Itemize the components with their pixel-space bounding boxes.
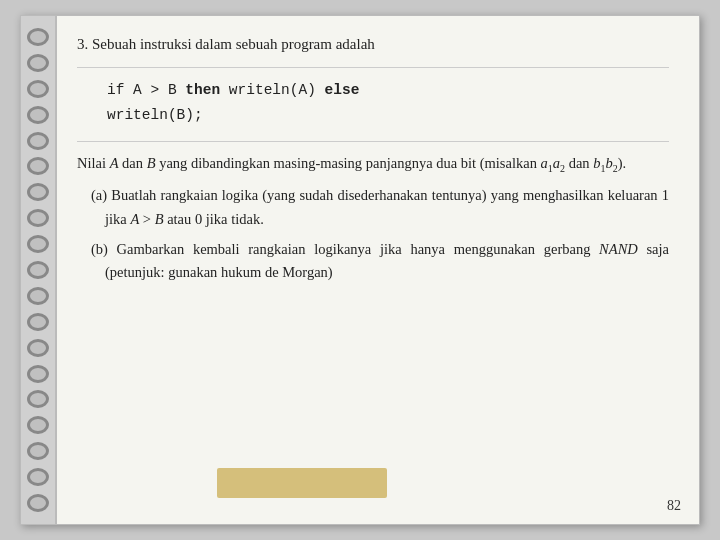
highlight-box [217,468,387,498]
intro-paragraph: Nilai A dan B yang dibandingkan masing-m… [77,152,669,177]
spiral-ring [27,54,49,72]
code-var-b: B [168,82,185,98]
spiral-ring [27,106,49,124]
sub-b2: 2 [613,163,618,174]
question-number: 3. Sebuah instruksi dalam sebuah program… [77,36,669,53]
spiral-ring [27,390,49,408]
nand-italic: NAND [599,241,638,257]
spiral-ring [27,132,49,150]
spiral-ring [27,468,49,486]
spiral-ring [27,183,49,201]
var-a2: a [553,155,560,171]
spiral-ring [27,494,49,512]
spiral-ring [27,157,49,175]
spiral-ring [27,261,49,279]
spiral-ring [27,339,49,357]
spiral-ring [27,365,49,383]
var-a-ref: A [130,211,139,227]
code-keyword-if: if [107,82,133,98]
code-var-a: A [133,82,150,98]
code-func-writeln-a: writeln(A) [229,82,325,98]
spiral-ring [27,28,49,46]
code-line-1: if A > B then writeln(A) else [107,78,669,103]
code-func-writeln-b: writeln(B); [107,107,203,123]
code-keyword-then: then [185,82,229,98]
spiral-ring [27,235,49,253]
body-text: Nilai A dan B yang dibandingkan masing-m… [77,152,669,285]
divider-line [77,67,669,68]
spiral-ring [27,442,49,460]
spiral-ring [27,209,49,227]
var-a-italic: A [110,155,119,171]
spiral-ring [27,80,49,98]
var-b2: b [605,155,612,171]
code-keyword-else: else [325,82,360,98]
code-line-2: writeln(B); [107,103,669,128]
var-a1: a [541,155,548,171]
code-block: if A > B then writeln(A) else writeln(B)… [107,78,669,127]
spiral-ring [27,416,49,434]
part-b-paragraph: (b) Gambarkan kembali rangkaian logikany… [77,238,669,286]
var-b-italic: B [147,155,156,171]
content-area: 3. Sebuah instruksi dalam sebuah program… [57,16,699,524]
var-b-ref: B [155,211,164,227]
spiral-ring [27,287,49,305]
part-a-paragraph: (a) Buatlah rangkaian logika (yang sudah… [77,184,669,232]
divider-line-2 [77,141,669,142]
code-op: > [151,82,168,98]
spiral-ring [27,313,49,331]
page-number: 82 [667,498,681,514]
sub-2: 2 [560,163,565,174]
notebook-page: 3. Sebuah instruksi dalam sebuah program… [20,15,700,525]
spiral-binding [21,16,57,524]
